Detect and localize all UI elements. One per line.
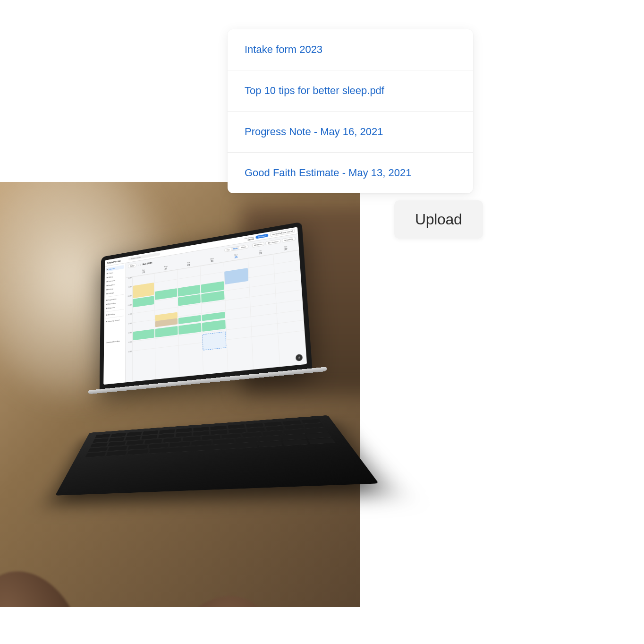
recent-icon [106, 321, 107, 322]
time-label: 3 PM [126, 332, 132, 342]
hand-left [0, 556, 102, 607]
messages-button[interactable]: Messages [256, 234, 269, 239]
tab-month[interactable]: Month [239, 245, 248, 249]
clients-icon [107, 273, 108, 275]
calendar-event[interactable] [202, 312, 225, 321]
time-gutter: 8 AM 9 AM 10 AM 11 AM 1 PM 2 PM 3 PM 4 P… [126, 277, 133, 382]
billing-icon [107, 277, 108, 278]
document-list-card: Intake form 2023 Top 10 tips for better … [228, 29, 473, 193]
prev-arrow-icon[interactable]: ‹ [138, 264, 138, 266]
spacer [105, 322, 124, 341]
marketing-icon [106, 314, 107, 316]
settings-icon [106, 293, 107, 294]
hand-right [140, 578, 294, 607]
col-wed[interactable] [200, 262, 228, 375]
tab-day[interactable]: Day [225, 248, 231, 252]
time-label: 11 AM [126, 304, 132, 314]
time-label: 9 AM [126, 286, 132, 296]
laptop-mockup: SimplePractice Search clients Oct. incom… [98, 215, 366, 517]
time-label: 8 AM [126, 277, 132, 287]
calendar-event[interactable] [178, 315, 201, 324]
tab-week[interactable]: Week [231, 246, 239, 250]
reminders-icon [106, 304, 107, 305]
calendar-event[interactable] [133, 329, 154, 340]
requests-icon [106, 308, 107, 309]
activity-icon [106, 289, 107, 291]
filter-offices[interactable]: All Offices [252, 242, 264, 248]
document-link[interactable]: Intake form 2023 [228, 29, 473, 70]
filter-clinicians[interactable]: All Clinicians [266, 239, 281, 246]
time-label: 1 PM [126, 313, 132, 324]
calendar-event[interactable] [202, 320, 226, 332]
sidebar-label: Marketing [108, 313, 115, 316]
sidebar-label: Billing [109, 276, 113, 279]
app-logo: SimplePractice [107, 259, 121, 264]
calendar-event[interactable] [178, 323, 202, 335]
calendar-icon [107, 269, 108, 270]
col-mon[interactable] [155, 270, 179, 379]
sidebar-label: Settings [108, 292, 114, 294]
insurance-icon [107, 281, 108, 283]
time-label: 2 PM [126, 323, 132, 333]
document-link[interactable]: Progress Note - May 16, 2021 [228, 112, 473, 153]
sidebar-label: Requests [108, 306, 115, 309]
supervision-icon [106, 300, 107, 301]
sidebar-label: Clients [109, 272, 113, 275]
time-label: 10 AM [126, 295, 132, 305]
income-display: Oct. income $400.00 [245, 236, 254, 241]
month-title: Jan 2024 [142, 261, 152, 266]
calendar-event[interactable] [202, 331, 226, 350]
today-button[interactable]: Today [128, 263, 136, 268]
download-label: Download from App [106, 340, 119, 343]
calendar-event[interactable] [155, 326, 178, 337]
sidebar-label: Reminders [108, 302, 116, 305]
sidebar-label: Activity [108, 288, 113, 291]
col-tue[interactable] [177, 266, 203, 377]
time-label: 5 PM [126, 351, 133, 361]
sidebar: Calendar Clients Billing Insurance Analy… [103, 263, 126, 385]
col-sun[interactable] [133, 273, 156, 381]
keys [74, 415, 350, 462]
sidebar-label: Insurance [109, 279, 115, 283]
calendar-event[interactable] [224, 268, 248, 284]
next-arrow-icon[interactable]: › [140, 263, 140, 266]
sidebar-label: Analytics [109, 283, 115, 286]
time-label: 4 PM [126, 341, 132, 352]
document-link[interactable]: Good Faith Estimate - May 13, 2021 [228, 153, 473, 193]
sidebar-label: Calendar [109, 267, 115, 270]
laptop-keyboard [55, 415, 379, 496]
upload-button[interactable]: Upload [394, 200, 483, 239]
filter-availability[interactable]: Availability [282, 237, 296, 243]
calendar-event[interactable] [155, 288, 177, 300]
document-link[interactable]: Top 10 tips for better sleep.pdf [228, 70, 473, 112]
analytics-icon [107, 285, 108, 286]
sidebar-label: Supervision [108, 298, 116, 301]
